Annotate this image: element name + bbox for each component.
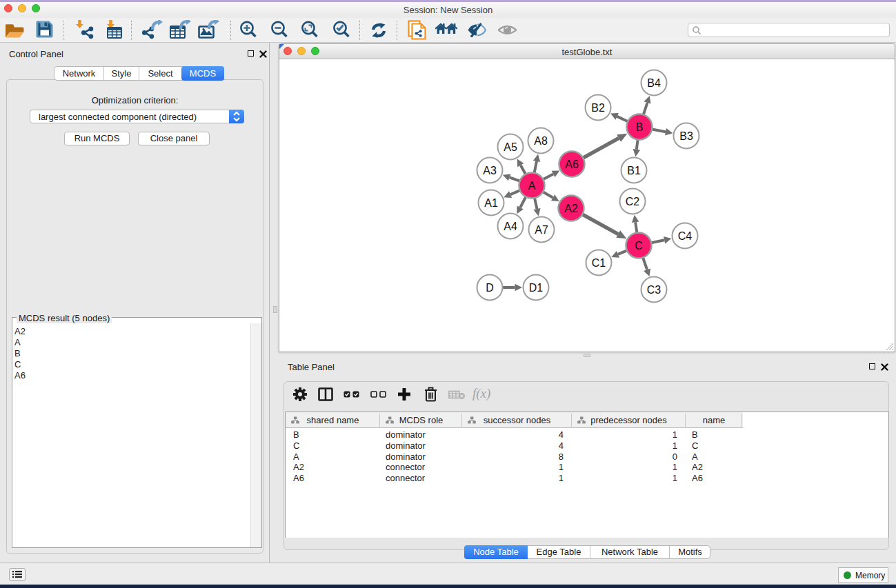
- svg-text:A6: A6: [565, 159, 579, 170]
- svg-text:A4: A4: [504, 221, 517, 232]
- svg-text:A1: A1: [484, 197, 498, 209]
- svg-text:B3: B3: [679, 130, 693, 142]
- svg-text:B1: B1: [627, 165, 641, 176]
- svg-text:B4: B4: [647, 77, 661, 89]
- svg-text:D: D: [486, 282, 494, 294]
- svg-text:B2: B2: [591, 102, 605, 114]
- svg-text:C1: C1: [592, 257, 606, 269]
- svg-text:C: C: [635, 240, 643, 252]
- svg-text:A7: A7: [535, 224, 548, 236]
- svg-text:A5: A5: [504, 141, 517, 153]
- svg-text:A8: A8: [534, 135, 548, 147]
- svg-text:C3: C3: [647, 284, 661, 296]
- svg-text:D1: D1: [529, 282, 544, 294]
- svg-text:B: B: [636, 121, 644, 133]
- svg-text:A: A: [528, 180, 536, 192]
- svg-text:A2: A2: [564, 203, 578, 214]
- svg-text:C2: C2: [626, 196, 640, 207]
- svg-text:C4: C4: [678, 230, 693, 242]
- svg-text:A3: A3: [483, 165, 497, 176]
